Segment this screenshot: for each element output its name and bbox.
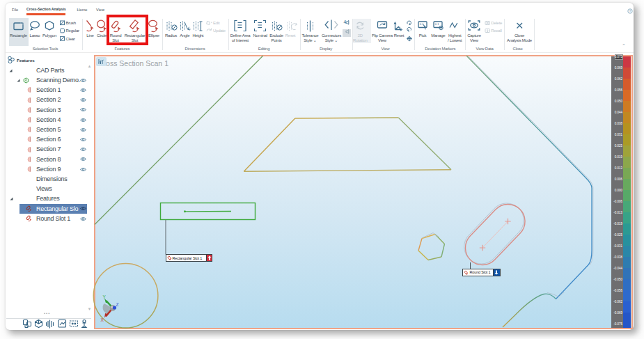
svg-text:Y: Y [103,294,107,299]
svg-text:X: X [101,317,104,322]
svg-text:Z: Z [116,302,119,307]
